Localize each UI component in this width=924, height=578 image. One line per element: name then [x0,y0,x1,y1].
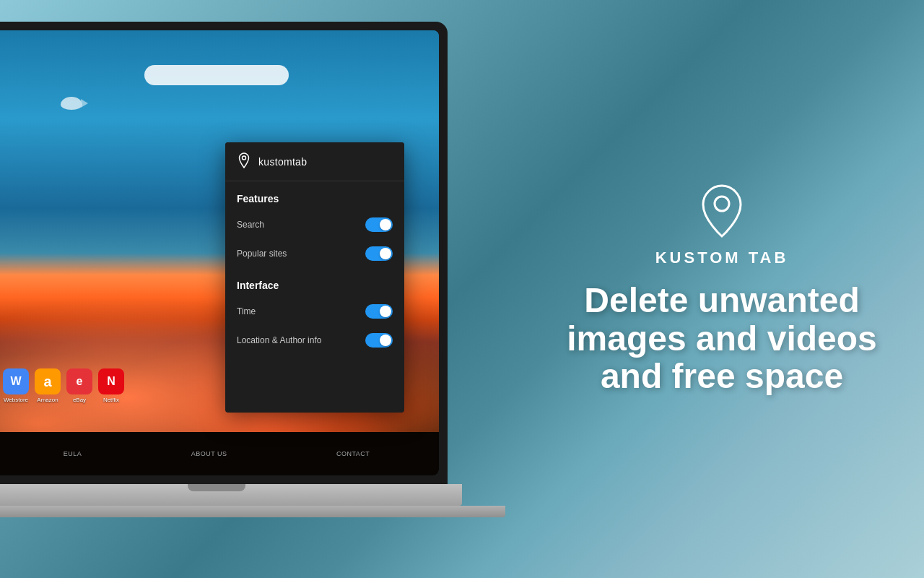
contact-link[interactable]: CONTACT [336,450,370,457]
app-icon-label: eBay [73,397,86,403]
laptop-screen-frame: W Webstore a Amazon e eBay [0,22,448,484]
popular-sites-row: Popular sites [225,239,404,268]
brand-name: KUSTOM TAB [655,249,789,267]
popup-header: kustomtab [225,142,404,181]
search-label: Search [237,220,264,230]
search-toggle[interactable] [365,217,393,232]
app-icon-label: Amazon [37,397,58,403]
popup-title: kustomtab [258,156,307,168]
time-label: Time [237,306,256,316]
popup-logo-icon [237,152,251,171]
brand-logo-icon [693,182,751,240]
time-row: Time [225,297,404,326]
popular-sites-toggle[interactable] [365,246,393,261]
app-icon-webstore[interactable]: W Webstore [3,368,29,403]
popup-bottom-space [225,355,404,413]
location-author-row: Location & Author info [225,326,404,355]
location-author-label: Location & Author info [237,335,321,345]
svg-point-0 [243,156,246,160]
about-us-link[interactable]: ABOUT US [191,450,227,457]
search-row: Search [225,210,404,239]
time-toggle[interactable] [365,304,393,319]
svg-point-1 [715,197,729,211]
fish-decoration [61,97,82,110]
app-icon-netflix[interactable]: N Netflix [98,368,124,403]
app-icon-label: Netflix [103,397,119,403]
laptop: W Webstore a Amazon e eBay [0,14,520,564]
brand-logo-area: KUSTOM TAB [655,182,789,267]
popup-panel: kustomtab Features Search Popular sites … [225,142,404,413]
screen-bottom-bar: EULA ABOUT US CONTACT [0,432,439,475]
brand-tagline: Delete unwanted images and videos and fr… [549,282,895,396]
app-icon-amazon[interactable]: a Amazon [35,368,61,403]
app-icon-ebay[interactable]: e eBay [66,368,92,403]
eula-link[interactable]: EULA [64,450,82,457]
interface-section-header: Interface [225,268,404,297]
laptop-feet [0,506,505,517]
laptop-screen: W Webstore a Amazon e eBay [0,30,439,475]
location-author-toggle[interactable] [365,333,393,348]
app-icons-row: W Webstore a Amazon e eBay [3,368,124,403]
screen-search-bar [144,65,289,85]
app-icon-label: Webstore [4,397,28,403]
features-section-header: Features [225,181,404,210]
laptop-base [0,484,462,506]
popular-sites-label: Popular sites [237,249,287,259]
laptop-base-notch [188,484,245,491]
right-content: KUSTOM TAB Delete unwanted images and vi… [520,0,924,578]
